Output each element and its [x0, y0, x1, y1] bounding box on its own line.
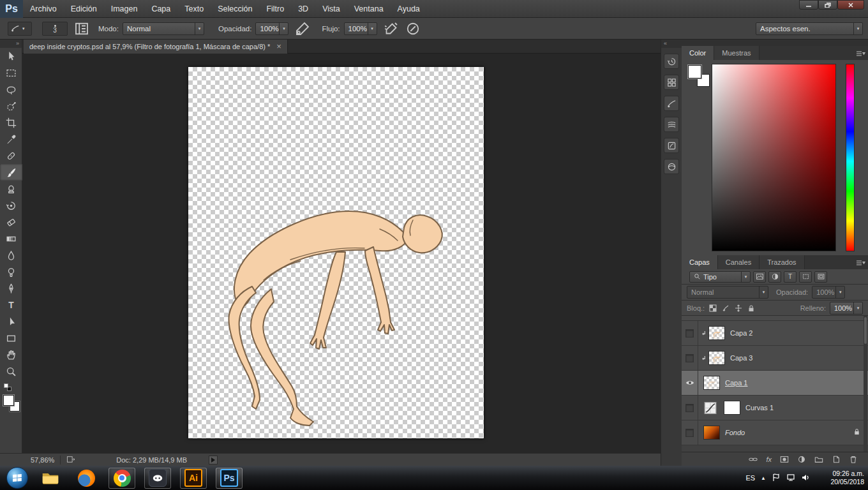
- color-panel-swatches[interactable]: [688, 65, 710, 87]
- visibility-checkbox[interactable]: [685, 354, 694, 362]
- pen-tool[interactable]: [0, 280, 22, 297]
- tab-capas[interactable]: Capas: [682, 255, 718, 269]
- foreground-color-swatch[interactable]: [3, 395, 14, 406]
- taskbar-discord-button[interactable]: [144, 468, 171, 489]
- visibility-toggle[interactable]: [682, 346, 698, 370]
- taskbar-explorer-button[interactable]: [37, 468, 64, 489]
- restore-button[interactable]: [818, 0, 837, 10]
- taskbar-clock[interactable]: 09:26 a.m. 20/05/2018: [818, 470, 864, 486]
- close-button[interactable]: [837, 0, 864, 10]
- type-tool[interactable]: T: [0, 297, 22, 313]
- new-adjustment-layer-icon[interactable]: [797, 455, 806, 464]
- history-brush-tool[interactable]: [0, 197, 22, 214]
- layer-name[interactable]: Capa 2: [730, 329, 752, 337]
- minimize-button[interactable]: [799, 0, 818, 10]
- layer-thumbnail[interactable]: [708, 351, 725, 365]
- clone-stamp-tool[interactable]: [0, 181, 22, 197]
- layer-name[interactable]: Capa 1: [725, 379, 747, 387]
- menu-edicion[interactable]: Edición: [64, 0, 104, 18]
- brush-tool[interactable]: [0, 164, 22, 181]
- path-selection-tool[interactable]: [0, 313, 22, 330]
- link-layers-icon[interactable]: [749, 455, 758, 464]
- tablet-pressure-size-button[interactable]: [405, 22, 421, 36]
- visibility-toggle[interactable]: [682, 321, 698, 345]
- tab-trazados[interactable]: Trazados: [760, 255, 804, 269]
- lock-paint-icon[interactable]: [721, 303, 730, 313]
- status-options-arrow[interactable]: [209, 456, 218, 464]
- shape-layers-filter-icon[interactable]: [799, 271, 812, 283]
- brush-size-dropdown[interactable]: 3: [42, 22, 68, 36]
- layer-filter-select[interactable]: Tipo ▾: [689, 271, 751, 283]
- zoom-tool[interactable]: [0, 363, 22, 380]
- visibility-checkbox[interactable]: [685, 404, 694, 412]
- workflow-icon[interactable]: [66, 456, 75, 464]
- menu-ayuda[interactable]: Ayuda: [391, 0, 427, 18]
- new-group-icon[interactable]: [814, 455, 823, 464]
- visibility-toggle[interactable]: [682, 420, 698, 445]
- action-center-flag-icon[interactable]: [772, 473, 781, 483]
- tablet-pressure-opacity-button[interactable]: [295, 22, 310, 36]
- start-button[interactable]: [6, 467, 28, 489]
- layer-thumbnail[interactable]: [708, 326, 725, 340]
- delete-layer-icon[interactable]: [849, 455, 858, 464]
- lasso-tool[interactable]: [0, 81, 22, 98]
- add-layer-mask-icon[interactable]: [780, 455, 789, 464]
- menu-archivo[interactable]: Archivo: [23, 0, 64, 18]
- menu-texto[interactable]: Texto: [177, 0, 211, 18]
- layer-thumbnail[interactable]: [703, 376, 720, 390]
- tab-canales[interactable]: Canales: [718, 255, 760, 269]
- fill-select[interactable]: 100% ▾: [830, 302, 863, 315]
- menu-ventana[interactable]: Ventana: [347, 0, 391, 18]
- visibility-toggle[interactable]: [682, 396, 698, 420]
- network-icon[interactable]: [786, 473, 795, 483]
- taskbar-firefox-button[interactable]: [73, 468, 100, 489]
- zoom-level[interactable]: 57,86%: [31, 456, 54, 464]
- tab-muestras[interactable]: Muestras: [714, 46, 759, 60]
- menu-seleccion[interactable]: Selección: [211, 0, 259, 18]
- toggle-brush-panel-button[interactable]: [74, 22, 89, 36]
- layers-opacity-select[interactable]: 100% ▾: [812, 286, 845, 299]
- default-colors-icon[interactable]: [4, 383, 11, 391]
- taskbar-photoshop-button[interactable]: Ps: [216, 468, 243, 489]
- 3d-panel-button[interactable]: [664, 159, 679, 174]
- saturation-brightness-picker[interactable]: [712, 64, 836, 251]
- layers-scrollbar[interactable]: [864, 316, 867, 452]
- menu-3d[interactable]: 3D: [291, 0, 315, 18]
- rectangular-marquee-tool[interactable]: [0, 64, 22, 81]
- tool-preset-picker[interactable]: ▾: [8, 22, 32, 36]
- tab-color[interactable]: Color: [682, 46, 714, 60]
- spot-healing-brush-tool[interactable]: [0, 147, 22, 164]
- type-layers-filter-icon[interactable]: T: [784, 271, 797, 283]
- color-panel-menu-icon[interactable]: [855, 48, 865, 60]
- layer-name[interactable]: Curvas 1: [745, 404, 774, 412]
- smart-object-filter-icon[interactable]: [814, 271, 827, 283]
- color-swatches[interactable]: [3, 395, 20, 412]
- hue-strip[interactable]: [846, 64, 855, 251]
- paint-mode-select[interactable]: Normal ▾: [123, 22, 204, 35]
- dodge-tool[interactable]: [0, 264, 22, 280]
- clone-source-panel-button[interactable]: [664, 117, 679, 132]
- blend-mode-select[interactable]: Normal ▾: [687, 286, 768, 299]
- layer-name[interactable]: Fondo: [725, 429, 745, 436]
- styles-panel-button[interactable]: [664, 138, 679, 153]
- layer-row-curvas1[interactable]: Curvas 1: [682, 396, 868, 420]
- adjustment-layers-filter-icon[interactable]: [768, 271, 781, 283]
- layers-panel-menu-icon[interactable]: [855, 258, 865, 269]
- layer-row-capa3[interactable]: Capa 3: [682, 346, 868, 371]
- layer-mask-thumbnail[interactable]: [724, 401, 740, 415]
- taskbar-illustrator-button[interactable]: Ai: [180, 468, 207, 489]
- layer-row-capa1[interactable]: Capa 1: [682, 371, 868, 396]
- lock-move-icon[interactable]: [733, 303, 743, 313]
- layer-thumbnail[interactable]: [703, 426, 720, 440]
- eraser-tool[interactable]: [0, 214, 22, 230]
- lock-transparency-icon[interactable]: [708, 303, 717, 313]
- gradient-tool[interactable]: [0, 230, 22, 247]
- rectangle-tool[interactable]: [0, 330, 22, 346]
- menu-capa[interactable]: Capa: [144, 0, 177, 18]
- pixel-layers-filter-icon[interactable]: [753, 271, 766, 283]
- volume-icon[interactable]: [801, 473, 810, 483]
- visibility-checkbox[interactable]: [685, 329, 694, 338]
- layer-style-icon[interactable]: fx: [766, 456, 772, 463]
- curves-adjustment-icon[interactable]: [703, 402, 717, 414]
- menu-imagen[interactable]: Imagen: [104, 0, 145, 18]
